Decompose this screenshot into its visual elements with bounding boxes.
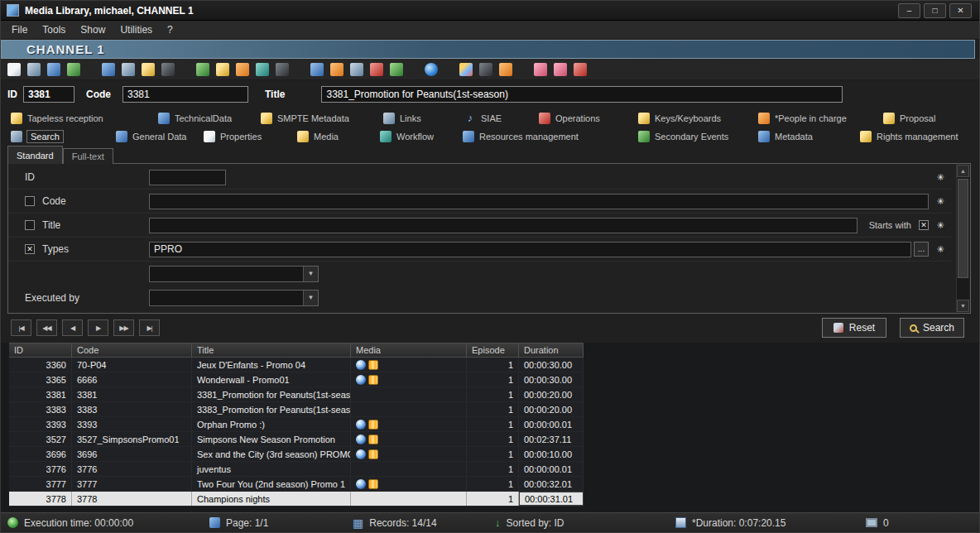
search-code-input[interactable]: [149, 194, 929, 209]
scroll-up-icon[interactable]: ▲: [957, 165, 969, 177]
search-button[interactable]: Search: [900, 318, 964, 338]
copy-icon[interactable]: [102, 63, 115, 76]
tab-proposal[interactable]: Proposal: [883, 110, 935, 127]
combo-arrow-icon[interactable]: ▼: [303, 291, 318, 305]
menu-show[interactable]: Show: [73, 22, 113, 38]
tab-operations[interactable]: Operations: [539, 110, 600, 127]
table-row[interactable]: 3381 3381 3381_Promotion for Peanuts(1st…: [9, 387, 584, 402]
starts-with-checkbox[interactable]: ✕: [919, 220, 929, 230]
search-id-input[interactable]: [149, 170, 226, 185]
types-checkbox[interactable]: ✕: [25, 244, 35, 254]
tab-metadata[interactable]: Metadata: [758, 128, 813, 145]
title-field-options-icon[interactable]: ✳: [929, 220, 952, 231]
globe-icon[interactable]: [425, 63, 438, 76]
tab-tapeless-reception[interactable]: Tapeless reception: [11, 110, 103, 127]
filmstrip-check-icon[interactable]: [236, 63, 249, 76]
header-title[interactable]: Title: [192, 343, 351, 357]
search-types-input[interactable]: [149, 242, 911, 257]
scrollbar-thumb[interactable]: [958, 179, 968, 278]
code-field[interactable]: [122, 86, 248, 103]
executed-by-combo[interactable]: ▼: [149, 290, 319, 306]
new-document-icon[interactable]: [7, 63, 21, 76]
secondary-types-combo[interactable]: ▼: [149, 266, 319, 282]
types-browse-button[interactable]: ...: [914, 242, 929, 257]
table-row[interactable]: 3696 3696 Sex and the City (3rd season) …: [9, 447, 584, 462]
tab-standard[interactable]: Standard: [7, 146, 63, 164]
paste-icon[interactable]: [142, 63, 155, 76]
header-code[interactable]: Code: [72, 343, 192, 357]
search-title-input[interactable]: [149, 218, 858, 233]
close-button[interactable]: ✕: [949, 3, 972, 18]
maximize-button[interactable]: □: [924, 3, 946, 18]
find-media-icon[interactable]: [161, 63, 175, 76]
menu-tools[interactable]: Tools: [35, 22, 73, 38]
table-row[interactable]: 3393 3393 Orphan Promo :) 1 00:00:00.01: [9, 417, 584, 432]
search-panel-scrollbar[interactable]: ▲ ▼: [956, 165, 969, 312]
tab-technical-data[interactable]: TechnicalData: [158, 110, 232, 127]
first-record-button[interactable]: |◀: [11, 319, 31, 336]
combo-arrow-icon[interactable]: ▼: [303, 266, 318, 281]
scroll-down-icon[interactable]: ▼: [957, 300, 969, 312]
media-play-icon[interactable]: [499, 63, 512, 76]
minimize-button[interactable]: –: [898, 3, 920, 18]
menu-utilities[interactable]: Utilities: [113, 22, 160, 38]
table-row[interactable]: 3383 3383 3383_Promotion for Peanuts(1st…: [9, 402, 584, 417]
titlebar[interactable]: Media Library, michael, CHANNEL 1 – □ ✕: [1, 1, 979, 21]
table-row[interactable]: 3365 6666 Wonderwall - Promo01 1 00:00:3…: [9, 372, 584, 387]
accept-item-icon[interactable]: [390, 63, 403, 76]
app-icon[interactable]: [7, 4, 19, 17]
tree-view-icon[interactable]: [196, 63, 209, 76]
last-record-button[interactable]: ▶|: [139, 319, 160, 336]
tab-secondary-events[interactable]: Secondary Events: [638, 128, 728, 145]
marker-m-icon[interactable]: [276, 63, 289, 76]
export-table-icon[interactable]: [479, 63, 492, 76]
code-field-options-icon[interactable]: ✳: [929, 196, 952, 207]
fast-next-button[interactable]: ▶▶: [113, 319, 134, 336]
types-field-options-icon[interactable]: ✳: [929, 244, 952, 255]
id-field-options-icon[interactable]: ✳: [929, 172, 952, 183]
table-row[interactable]: 3360 70-P04 Jeux D'Enfants - Promo 04 1 …: [9, 358, 584, 372]
undo-icon[interactable]: [47, 63, 60, 76]
table-row[interactable]: 3777 3777 Two Four You (2nd season) Prom…: [9, 477, 584, 492]
code-checkbox[interactable]: [25, 196, 35, 206]
scrollbar-track[interactable]: [957, 177, 969, 300]
table-row-selected[interactable]: 3778 3778 Champions nights 1 00:00:31.01: [9, 492, 584, 507]
menu-file[interactable]: File: [4, 22, 35, 38]
tab-resources-management[interactable]: Resources management: [463, 128, 579, 145]
tab-general-data[interactable]: General Data: [116, 128, 186, 145]
tab-siae[interactable]: ♪ SIAE: [464, 110, 502, 127]
reset-button[interactable]: Reset: [822, 318, 886, 338]
tab-smpte-metadata[interactable]: SMPTE Metadata: [261, 110, 349, 127]
users-red-icon-2[interactable]: [554, 63, 567, 76]
header-id[interactable]: ID: [9, 343, 72, 357]
users-red-icon-1[interactable]: [534, 63, 547, 76]
users-red-icon-3[interactable]: [574, 63, 587, 76]
tab-workflow[interactable]: Workflow: [380, 128, 434, 145]
header-media[interactable]: Media: [351, 343, 467, 357]
title-field[interactable]: [321, 86, 843, 103]
tab-fulltext[interactable]: Full-text: [63, 148, 113, 164]
prev-record-button[interactable]: ◀: [62, 319, 83, 336]
refresh-icon[interactable]: [67, 63, 80, 76]
tab-links[interactable]: Links: [383, 110, 421, 127]
tab-properties[interactable]: Properties: [204, 128, 262, 145]
tab-media[interactable]: Media: [297, 128, 339, 145]
playlist-icon[interactable]: [310, 63, 324, 76]
title-checkbox[interactable]: [25, 220, 35, 230]
tab-rights-management[interactable]: Rights management: [860, 128, 958, 145]
remove-item-icon[interactable]: [370, 63, 383, 76]
tab-keys-keyboards[interactable]: Keys/Keyboards: [638, 110, 721, 127]
menu-help[interactable]: ?: [160, 22, 180, 38]
tab-people-in-charge[interactable]: *People in charge: [758, 110, 847, 127]
header-duration[interactable]: Duration: [519, 343, 584, 357]
table-row[interactable]: 3776 3776 juventus 1 00:00:00.01: [9, 462, 584, 477]
duplicate-icon[interactable]: [122, 63, 135, 76]
filmstrip-add-icon[interactable]: [256, 63, 269, 76]
filmstrip-icon[interactable]: [216, 63, 229, 76]
playlist-grid-icon[interactable]: [350, 63, 363, 76]
schedule-clock-icon[interactable]: [330, 63, 343, 76]
header-episode[interactable]: Episode: [467, 343, 519, 357]
id-field[interactable]: [23, 86, 74, 103]
tab-search[interactable]: Search: [11, 128, 63, 145]
image-icon[interactable]: [459, 63, 473, 76]
